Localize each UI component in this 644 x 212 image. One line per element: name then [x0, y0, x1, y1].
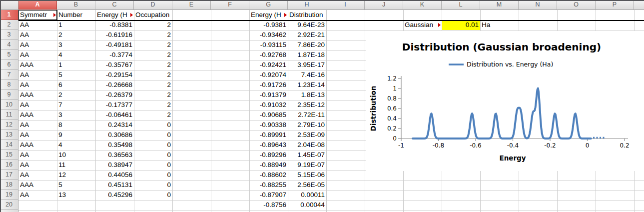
- cell-H16[interactable]: 9.19E-07: [288, 160, 326, 170]
- cell-C14[interactable]: 0.35498: [95, 140, 134, 150]
- cell-G4[interactable]: -0.93115: [249, 40, 288, 50]
- cell-G11[interactable]: -0.90685: [249, 110, 288, 120]
- cell-A9[interactable]: AAA: [18, 90, 57, 100]
- cell-M2[interactable]: Ha: [480, 20, 519, 30]
- cell-H18[interactable]: 2.56E-05: [288, 180, 326, 190]
- cell-D5[interactable]: 2: [134, 50, 172, 60]
- column-header-I[interactable]: I: [326, 0, 365, 10]
- cell-H7[interactable]: 7.4E-16: [288, 70, 326, 80]
- column-header-O[interactable]: O: [557, 0, 596, 10]
- cell-G6[interactable]: -0.92421: [249, 60, 288, 70]
- cell-H10[interactable]: 2.35E-12: [288, 100, 326, 110]
- cell-A19[interactable]: AA: [18, 190, 57, 200]
- cell-D19[interactable]: 0: [134, 190, 172, 200]
- cell-C19[interactable]: 0.45296: [95, 190, 134, 200]
- cell-G21[interactable]: -0.87213: [249, 210, 288, 212]
- row-header-10[interactable]: 10: [0, 100, 18, 110]
- cell-D4[interactable]: 2: [134, 40, 172, 50]
- cell-D12[interactable]: 0: [134, 120, 172, 130]
- cell-D11[interactable]: 2: [134, 110, 172, 120]
- cell-C9[interactable]: -0.26379: [95, 90, 134, 100]
- cell-D13[interactable]: 0: [134, 130, 172, 140]
- cell-C5[interactable]: -0.3774: [95, 50, 134, 60]
- cell-D16[interactable]: 0: [134, 160, 172, 170]
- cell-H17[interactable]: 5.15E-06: [288, 170, 326, 180]
- cell-G8[interactable]: -0.91726: [249, 80, 288, 90]
- cell-B15[interactable]: 10: [57, 150, 95, 160]
- cell-B5[interactable]: 4: [57, 50, 95, 60]
- cell-C8[interactable]: -0.26668: [95, 80, 134, 90]
- row-header-19[interactable]: 19: [0, 190, 18, 200]
- cell-D2[interactable]: 2: [134, 20, 172, 30]
- cell-C12[interactable]: 0.24314: [95, 120, 134, 130]
- cell-G20[interactable]: -0.8756: [249, 200, 288, 210]
- cell-C13[interactable]: 0.30686: [95, 130, 134, 140]
- column-header-C[interactable]: C: [95, 0, 134, 10]
- cell-H9[interactable]: 1.8E-13: [288, 90, 326, 100]
- cell-B19[interactable]: 13: [57, 190, 95, 200]
- cell-A18[interactable]: AAA: [18, 180, 57, 190]
- cell-C3[interactable]: -0.61916: [95, 30, 134, 40]
- cell-D7[interactable]: 2: [134, 70, 172, 80]
- cell-L2[interactable]: 0.01: [442, 20, 480, 30]
- cell-A3[interactable]: AA: [18, 30, 57, 40]
- row-header-14[interactable]: 14: [0, 140, 18, 150]
- row-header-9[interactable]: 9: [0, 90, 18, 100]
- cell-H15[interactable]: 1.45E-07: [288, 150, 326, 160]
- column-header-G[interactable]: G: [249, 0, 288, 10]
- cell-D10[interactable]: 2: [134, 100, 172, 110]
- cell-G18[interactable]: -0.88255: [249, 180, 288, 190]
- cell-H11[interactable]: 2.72E-11: [288, 110, 326, 120]
- select-all-corner[interactable]: [0, 0, 18, 10]
- cell-A6[interactable]: AAA: [18, 60, 57, 70]
- cell-G7[interactable]: -0.92074: [249, 70, 288, 80]
- cell-H6[interactable]: 3.95E-17: [288, 60, 326, 70]
- row-header-13[interactable]: 13: [0, 130, 18, 140]
- cell-G16[interactable]: -0.88949: [249, 160, 288, 170]
- column-header-Q[interactable]: Q: [634, 0, 644, 10]
- column-header-H[interactable]: H: [288, 0, 326, 10]
- cell-H14[interactable]: 2.04E-08: [288, 140, 326, 150]
- cell-D3[interactable]: 2: [134, 30, 172, 40]
- cell-B8[interactable]: 6: [57, 80, 95, 90]
- row-header-4[interactable]: 4: [0, 40, 18, 50]
- cell-D18[interactable]: 0: [134, 180, 172, 190]
- row-header-21[interactable]: 21: [0, 210, 18, 212]
- row-header-20[interactable]: 20: [0, 200, 18, 210]
- cell-H21[interactable]: 0.00153: [288, 210, 326, 212]
- cell-A15[interactable]: AA: [18, 150, 57, 160]
- cell-B16[interactable]: 11: [57, 160, 95, 170]
- cell-A8[interactable]: AA: [18, 80, 57, 90]
- cell-K2[interactable]: Gaussian: [403, 20, 442, 30]
- cell-A7[interactable]: AA: [18, 70, 57, 80]
- row-header-15[interactable]: 15: [0, 150, 18, 160]
- cell-A11[interactable]: AAA: [18, 110, 57, 120]
- cell-A16[interactable]: AA: [18, 160, 57, 170]
- column-header-M[interactable]: M: [480, 0, 519, 10]
- cell-G14[interactable]: -0.89643: [249, 140, 288, 150]
- cell-C16[interactable]: 0.38947: [95, 160, 134, 170]
- row-header-1[interactable]: 1: [0, 10, 18, 20]
- cell-H12[interactable]: 2.79E-10: [288, 120, 326, 130]
- cell-B6[interactable]: 1: [57, 60, 95, 70]
- cell-C17[interactable]: 0.44056: [95, 170, 134, 180]
- row-header-16[interactable]: 16: [0, 160, 18, 170]
- header-cell-G1[interactable]: Energy (H: [249, 10, 288, 20]
- header-cell-C1[interactable]: Energy (H: [95, 10, 134, 20]
- active-cell-cursor[interactable]: [18, 10, 57, 20]
- column-header-D[interactable]: D: [134, 0, 172, 10]
- cell-G2[interactable]: -0.9381: [249, 20, 288, 30]
- cell-H8[interactable]: 1.23E-14: [288, 80, 326, 90]
- cell-B18[interactable]: 5: [57, 180, 95, 190]
- cell-H2[interactable]: 9.64E-23: [288, 20, 326, 30]
- cell-C11[interactable]: -0.06461: [95, 110, 134, 120]
- column-header-F[interactable]: F: [211, 0, 249, 10]
- row-header-12[interactable]: 12: [0, 120, 18, 130]
- cell-D8[interactable]: 2: [134, 80, 172, 90]
- distribution-chart[interactable]: 00.20.40.60.811.2-1-0.8-0.6-0.4-0.200.2D…: [366, 31, 644, 171]
- header-cell-B1[interactable]: Number: [57, 10, 95, 20]
- cell-A13[interactable]: AA: [18, 130, 57, 140]
- cell-G3[interactable]: -0.93462: [249, 30, 288, 40]
- cell-H13[interactable]: 2.53E-09: [288, 130, 326, 140]
- cell-H20[interactable]: 0.00044: [288, 200, 326, 210]
